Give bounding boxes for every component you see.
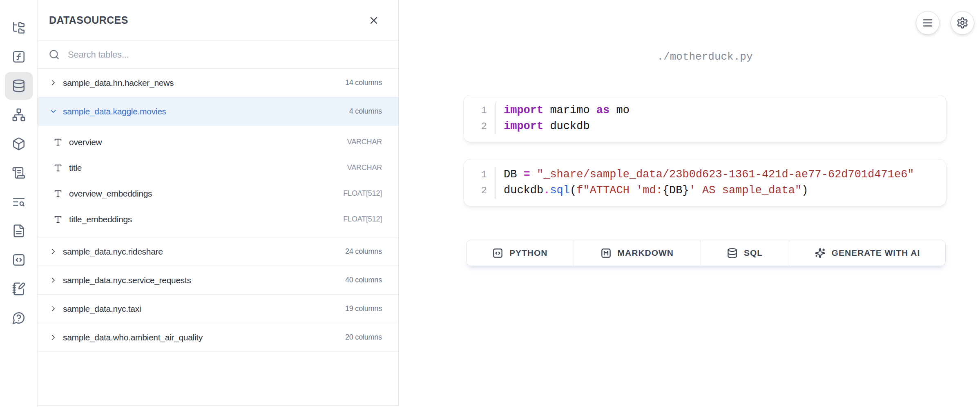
table-columns-count: 20 columns xyxy=(345,333,382,342)
table-row[interactable]: sample_data.nyc.rideshare24 columns xyxy=(38,237,398,266)
line-number: 2 xyxy=(481,119,487,134)
line-number: 1 xyxy=(481,103,487,119)
table-row[interactable]: sample_data.kaggle.movies4 columns xyxy=(38,97,398,126)
sidebar-database-button[interactable] xyxy=(5,72,33,100)
line-number: 1 xyxy=(481,167,487,183)
table-row[interactable]: sample_data.nyc.taxi19 columns xyxy=(38,295,398,323)
column-row[interactable]: overview_embeddingsFLOAT[512] xyxy=(38,181,398,206)
column-name: title_embeddings xyxy=(69,215,132,224)
code-line: DB = "_share/sample_data/23b0d623-1361-4… xyxy=(504,167,914,183)
chevron-right-icon xyxy=(49,304,58,313)
add-cell-bar: PYTHONMARKDOWNSQLGENERATE WITH AI xyxy=(466,240,946,266)
sidebar-text-search-button[interactable] xyxy=(5,188,33,216)
column-type: FLOAT[512] xyxy=(343,189,382,198)
table-list: sample_data.hn.hacker_news14 columnssamp… xyxy=(38,69,398,352)
notebook-pen-icon xyxy=(12,282,26,296)
folder-tree-icon xyxy=(12,21,26,35)
type-icon xyxy=(54,138,63,147)
chevron-down-icon xyxy=(49,107,58,116)
settings-icon xyxy=(956,17,969,29)
square-code-icon xyxy=(12,253,26,267)
code-line: import duckdb xyxy=(504,119,630,134)
add-cell-generate-with-ai-button[interactable]: GENERATE WITH AI xyxy=(789,240,945,266)
app-root: DATASOURCES sample_data.hn.hacker_news14… xyxy=(0,0,980,407)
settings-button[interactable] xyxy=(951,11,974,35)
add-cell-python-button[interactable]: PYTHON xyxy=(467,240,574,266)
sidebar-scroll-text-button[interactable] xyxy=(5,159,33,187)
column-type: VARCHAR xyxy=(347,138,382,146)
function-square-icon xyxy=(12,50,26,64)
search-icon xyxy=(49,49,60,60)
type-icon xyxy=(54,215,63,224)
chevron-right-icon xyxy=(49,276,58,284)
add-cell-sql-button[interactable]: SQL xyxy=(701,240,789,266)
chevron-down-icon xyxy=(49,107,58,116)
code-line: duckdb.sql(f"ATTACH 'md:{DB}' AS sample_… xyxy=(504,183,914,199)
column-row[interactable]: title_embeddingsFLOAT[512] xyxy=(38,206,398,232)
sidebar-function-square-button[interactable] xyxy=(5,43,33,71)
network-icon xyxy=(12,108,26,122)
code-editor[interactable]: DB = "_share/sample_data/23b0d623-1361-4… xyxy=(496,167,914,199)
type-icon xyxy=(54,215,63,224)
line-number: 2 xyxy=(481,183,487,199)
column-name: overview xyxy=(69,137,102,147)
code-cell[interactable]: 12DB = "_share/sample_data/23b0d623-1361… xyxy=(463,159,947,206)
add-cell-markdown-button[interactable]: MARKDOWN xyxy=(574,240,701,266)
table-row[interactable]: sample_data.hn.hacker_news14 columns xyxy=(38,69,398,97)
code-line: import marimo as mo xyxy=(504,103,630,119)
table-columns-count: 19 columns xyxy=(345,304,382,313)
topbar-actions xyxy=(916,11,974,35)
search-row xyxy=(38,41,398,69)
panel-header: DATASOURCES xyxy=(38,0,398,41)
sidebar-box-button[interactable] xyxy=(5,130,33,158)
column-name: overview_embeddings xyxy=(69,189,152,199)
chevron-right-icon xyxy=(49,247,58,256)
column-row[interactable]: titleVARCHAR xyxy=(38,155,398,181)
sidebar-notebook-pen-button[interactable] xyxy=(5,275,33,303)
close-icon xyxy=(368,15,379,26)
table-name: sample_data.hn.hacker_news xyxy=(63,78,174,88)
type-icon xyxy=(54,189,63,198)
menu-icon xyxy=(922,17,934,29)
message-question-icon xyxy=(12,311,26,325)
sidebar-message-question-button[interactable] xyxy=(5,304,33,332)
table-name: sample_data.kaggle.movies xyxy=(63,107,166,116)
table-columns-count: 4 columns xyxy=(349,107,382,116)
table-name: sample_data.nyc.rideshare xyxy=(63,247,163,257)
chevron-right-icon xyxy=(49,247,58,256)
table-row[interactable]: sample_data.who.ambient_air_quality20 co… xyxy=(38,323,398,352)
database-icon xyxy=(727,248,738,259)
table-name: sample_data.nyc.service_requests xyxy=(63,275,191,285)
table-row[interactable]: sample_data.nyc.service_requests40 colum… xyxy=(38,266,398,295)
column-type: VARCHAR xyxy=(347,163,382,172)
column-row[interactable]: overviewVARCHAR xyxy=(38,129,398,155)
chevron-right-icon xyxy=(49,78,58,87)
menu-button[interactable] xyxy=(916,11,940,35)
table-columns-count: 24 columns xyxy=(345,247,382,256)
code-editor[interactable]: import marimo as moimport duckdb xyxy=(496,103,630,134)
table-name: sample_data.who.ambient_air_quality xyxy=(63,333,203,342)
type-icon xyxy=(54,138,63,147)
sidebar-file-text-button[interactable] xyxy=(5,217,33,245)
add-cell-button-label: PYTHON xyxy=(509,248,548,258)
sidebar-network-button[interactable] xyxy=(5,101,33,129)
chevron-right-icon xyxy=(49,78,58,87)
column-type: FLOAT[512] xyxy=(343,215,382,224)
chevron-right-icon xyxy=(49,276,58,284)
notebook-filename[interactable]: ./motherduck.py xyxy=(463,51,947,63)
sparkles-icon xyxy=(815,248,826,259)
code-cell[interactable]: 12import marimo as moimport duckdb xyxy=(463,95,947,142)
text-search-icon xyxy=(12,195,26,209)
scroll-text-icon xyxy=(12,166,26,180)
column-name: title xyxy=(69,163,82,173)
sidebar-square-code-button[interactable] xyxy=(5,246,33,274)
close-panel-button[interactable] xyxy=(368,15,379,26)
search-tables-input[interactable] xyxy=(68,49,382,60)
box-icon xyxy=(12,137,26,151)
panel-title: DATASOURCES xyxy=(49,14,128,26)
type-icon xyxy=(54,163,63,172)
square-code-icon xyxy=(492,248,503,259)
line-numbers: 12 xyxy=(464,167,496,199)
sidebar-folder-tree-button[interactable] xyxy=(5,14,33,42)
add-cell-button-label: GENERATE WITH AI xyxy=(832,248,920,258)
